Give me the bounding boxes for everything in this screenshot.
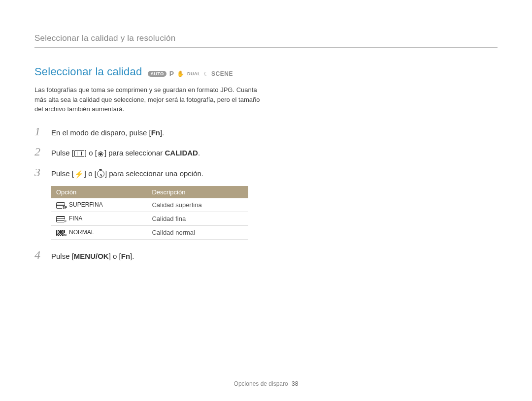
- option-label: NORMAL: [69, 229, 94, 236]
- section-title-row: Seleccionar la calidad AUTO P ✋ DUAL ☾ S…: [34, 65, 261, 78]
- step-text: Pulse [] o [❀] para seleccionar CALIDAD.: [51, 148, 200, 159]
- mode-badges: AUTO P ✋ DUAL ☾ SCENE: [148, 70, 233, 78]
- calidad-label: CALIDAD: [165, 149, 198, 157]
- table-row: FINA Calidad fina: [51, 212, 248, 226]
- option-label: FINA: [69, 215, 82, 222]
- fn-button-label: Fn: [121, 252, 130, 260]
- quality-superfine-icon: [56, 202, 65, 209]
- anti-shake-icon: ✋: [177, 70, 184, 77]
- table-row: SUPERFINA Calidad superfina: [51, 198, 248, 212]
- step-text: Pulse [⚡] o [] para seleccionar una opci…: [51, 168, 203, 180]
- macro-icon: ❀: [98, 150, 104, 157]
- step-4: 4 Pulse [MENU/OK] o [Fn].: [34, 248, 261, 262]
- content-column: Seleccionar la calidad AUTO P ✋ DUAL ☾ S…: [34, 65, 261, 262]
- step-3-mid: ] o [: [84, 169, 97, 178]
- step-number: 3: [34, 166, 44, 179]
- step-2-post: ] para seleccionar: [104, 149, 165, 157]
- step-3-post: ] para seleccionar una opción.: [105, 169, 203, 178]
- footer-section: Opciones de disparo: [234, 380, 288, 387]
- option-desc: Calidad fina: [147, 212, 248, 226]
- option-desc: Calidad superfina: [147, 198, 248, 212]
- night-icon: ☾: [203, 71, 208, 77]
- fn-button-label: Fn: [151, 128, 160, 137]
- step-text: Pulse [MENU/OK] o [Fn].: [51, 251, 134, 262]
- step-number: 2: [34, 145, 44, 158]
- step-3-pre: Pulse [: [51, 169, 74, 178]
- step-1: 1 En el modo de disparo, pulse [Fn].: [34, 125, 261, 139]
- self-timer-icon: [97, 170, 104, 178]
- table-row: NORMAL Calidad normal: [51, 226, 248, 240]
- step-2: 2 Pulse [] o [❀] para seleccionar CALIDA…: [34, 145, 261, 159]
- quality-normal-icon: [56, 230, 65, 236]
- display-icon: [74, 150, 84, 157]
- step-1-post: ].: [160, 128, 164, 137]
- step-4-pre: Pulse [: [51, 252, 74, 260]
- step-2-end: .: [198, 149, 200, 157]
- page-footer: Opciones de disparo 38: [0, 380, 532, 387]
- intro-paragraph: Las fotografías que toma se comprimen y …: [34, 85, 261, 114]
- flash-icon: ⚡: [74, 170, 84, 178]
- step-text: En el modo de disparo, pulse [Fn].: [51, 127, 164, 139]
- mode-dual-badge: DUAL: [187, 71, 200, 76]
- step-2-mid: ] o [: [85, 149, 97, 157]
- step-4-mid: ] o [: [109, 252, 121, 260]
- quality-options-table: Opción Descripción SUPERFINA Calidad sup…: [51, 186, 248, 240]
- menu-ok-button-label: MENU/OK: [74, 252, 109, 260]
- option-label: SUPERFINA: [69, 201, 103, 208]
- mode-p-badge: P: [169, 70, 174, 78]
- quality-fine-icon: [56, 216, 65, 222]
- page-number: 38: [292, 380, 298, 387]
- section-title: Seleccionar la calidad: [34, 65, 142, 78]
- step-3: 3 Pulse [⚡] o [] para seleccionar una op…: [34, 166, 261, 180]
- step-2-pre: Pulse [: [51, 149, 74, 157]
- option-desc: Calidad normal: [147, 226, 248, 240]
- mode-auto-badge: AUTO: [148, 71, 166, 77]
- step-number: 4: [34, 248, 44, 262]
- mode-scene-badge: SCENE: [211, 70, 233, 77]
- table-header-descripcion: Descripción: [147, 186, 248, 198]
- step-number: 1: [34, 125, 44, 138]
- step-1-pre: En el modo de disparo, pulse [: [51, 128, 151, 137]
- step-4-post: ].: [130, 252, 134, 260]
- table-header-opcion: Opción: [51, 186, 147, 198]
- running-head: Seleccionar la calidad y la resolución: [34, 33, 498, 48]
